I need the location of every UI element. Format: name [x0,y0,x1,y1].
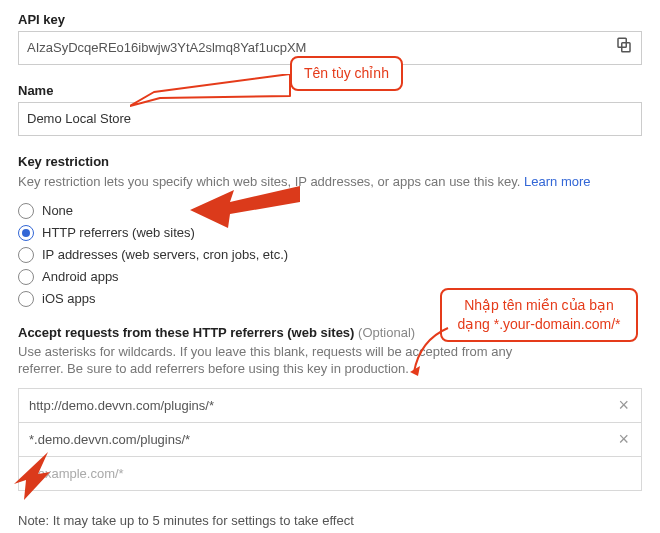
radio-label-android: Android apps [42,269,119,284]
radio-label-none: None [42,203,73,218]
referrers-desc: Use asterisks for wildcards. If you leav… [18,343,528,378]
api-key-value: AIzaSyDcqeREo16ibwjw3YtA2slmq8Yaf1ucpXM [27,38,615,58]
annotation-text: dạng *.your-domain.com/* [454,315,624,334]
name-field[interactable] [18,102,642,136]
annotation-arrow-icon [410,326,450,376]
svg-marker-2 [130,74,290,106]
name-input[interactable] [27,111,633,126]
radio-icon [18,247,34,263]
annotation-arrow-icon [130,74,295,108]
radio-icon [18,225,34,241]
svg-marker-5 [14,452,50,500]
radio-icon [18,291,34,307]
radio-label-ip: IP addresses (web servers, cron jobs, et… [42,247,288,262]
referrer-input[interactable] [27,397,614,414]
radio-ip-addresses[interactable]: IP addresses (web servers, cron jobs, et… [18,247,642,263]
remove-icon[interactable]: × [614,432,633,446]
annotation-custom-name: Tên tùy chỉnh [290,56,403,91]
remove-icon[interactable]: × [614,398,633,412]
key-restriction-title: Key restriction [18,154,642,169]
optional-tag: (Optional) [358,325,415,340]
radio-icon [18,269,34,285]
radio-http-referrers[interactable]: HTTP referrers (web sites) [18,225,642,241]
radio-label-ios: iOS apps [42,291,95,306]
learn-more-link[interactable]: Learn more [524,174,590,189]
settings-note: Note: It may take up to 5 minutes for se… [18,513,642,528]
radio-icon [18,203,34,219]
referrers-list: × × [18,388,642,491]
radio-none[interactable]: None [18,203,642,219]
annotation-text: Nhập tên miền của bạn [454,296,624,315]
annotation-domain-hint: Nhập tên miền của bạn dạng *.your-domain… [440,288,638,342]
key-restriction-desc: Key restriction lets you specify which w… [18,173,642,191]
copy-icon[interactable] [615,36,633,60]
referrer-row: × [18,388,642,423]
annotation-arrow-icon [190,180,300,230]
annotation-arrow-icon [8,452,56,500]
svg-marker-3 [190,186,300,228]
referrer-row-new [18,457,642,491]
referrer-input[interactable] [27,431,614,448]
api-key-label: API key [18,12,642,27]
referrer-row: × [18,423,642,457]
referrer-input-placeholder[interactable] [27,465,633,482]
radio-android-apps[interactable]: Android apps [18,269,642,285]
radio-label-http: HTTP referrers (web sites) [42,225,195,240]
